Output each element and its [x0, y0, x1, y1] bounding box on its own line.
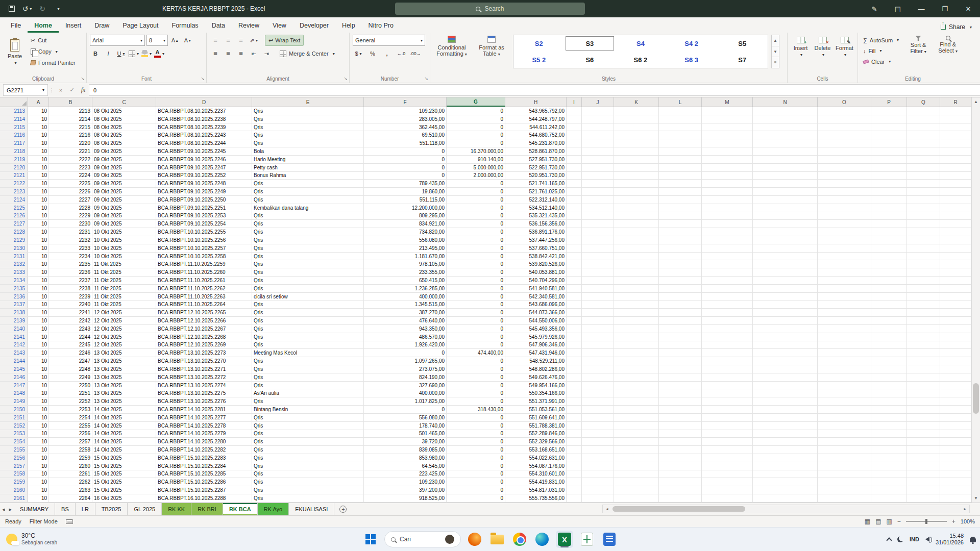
cell-L2157[interactable]: [659, 462, 702, 470]
cell-K2123[interactable]: [614, 188, 659, 195]
cell-P2140[interactable]: [871, 325, 907, 333]
cell-R2157[interactable]: [940, 462, 971, 470]
cell-L2139[interactable]: [659, 317, 702, 324]
cell-J2153[interactable]: [582, 430, 614, 438]
cell-L2156[interactable]: [659, 454, 702, 462]
cell-E2148[interactable]: As'Ari aulia: [252, 389, 364, 397]
cell-A2136[interactable]: 10: [28, 293, 49, 300]
cell-H2151[interactable]: 551.609.641,00: [505, 414, 567, 421]
row-header-2138[interactable]: 2138: [0, 309, 28, 316]
cell-E2116[interactable]: Qris: [252, 131, 364, 139]
cell-B2128[interactable]: 2231: [49, 228, 92, 236]
paste-button[interactable]: Paste▾: [3, 35, 27, 68]
cell-J2127[interactable]: [582, 220, 614, 228]
vertical-scroll-thumb[interactable]: [973, 383, 979, 414]
cell-L2153[interactable]: [659, 430, 702, 438]
cell-P2154[interactable]: [871, 438, 907, 445]
cell-I2138[interactable]: [567, 309, 582, 316]
cell-G2147[interactable]: 0: [447, 382, 505, 389]
cell-C2156[interactable]: 15 Okt 2025: [92, 454, 156, 462]
cell-I2161[interactable]: [567, 494, 582, 502]
cell-B2145[interactable]: 2248: [49, 365, 92, 373]
cell-I2158[interactable]: [567, 470, 582, 478]
cell-N2118[interactable]: [753, 147, 818, 155]
cell-G2141[interactable]: 0: [447, 333, 505, 341]
cell-R2154[interactable]: [940, 438, 971, 445]
cell-Q2152[interactable]: [907, 422, 940, 430]
cell-O2121[interactable]: [818, 172, 871, 180]
row-header-2117[interactable]: 2117: [0, 139, 28, 147]
weather-widget[interactable]: 30°C Sebagian cerah: [0, 533, 57, 546]
cell-B2136[interactable]: 2239: [49, 293, 92, 300]
format-cells-button[interactable]: ✎ Format▾: [835, 35, 854, 57]
cell-L2113[interactable]: [659, 107, 702, 115]
scroll-down-arrow[interactable]: ▼: [972, 494, 980, 503]
cell-D2140[interactable]: BCA.RBBPT.12.10.2025.2267: [156, 325, 252, 333]
cell-N2131[interactable]: [753, 253, 818, 260]
decrease-decimal-button[interactable]: .00→: [410, 48, 421, 59]
cell-F2141[interactable]: 486.570,00: [364, 333, 447, 341]
cell-D2155[interactable]: BCA.RBBPT.14.10.2025.2282: [156, 446, 252, 454]
cell-B2130[interactable]: 2233: [49, 244, 92, 252]
cell-Q2133[interactable]: [907, 268, 940, 276]
cell-N2126[interactable]: [753, 212, 818, 220]
cell-H2118[interactable]: 528.861.870,00: [505, 147, 567, 155]
cell-E2161[interactable]: Qris: [252, 494, 364, 502]
cell-L2134[interactable]: [659, 277, 702, 284]
cell-Q2149[interactable]: [907, 397, 940, 405]
cell-P2139[interactable]: [871, 317, 907, 324]
cell-K2145[interactable]: [614, 365, 659, 373]
cell-H2116[interactable]: 544.680.752,00: [505, 131, 567, 139]
ink-icon[interactable]: ✎: [863, 0, 886, 17]
cell-A2144[interactable]: 10: [28, 357, 49, 365]
cell-A2126[interactable]: 10: [28, 212, 49, 220]
cell-C2117[interactable]: 08 Okt 2025: [92, 139, 156, 147]
cell-N2161[interactable]: [753, 494, 818, 502]
cell-N2158[interactable]: [753, 470, 818, 478]
cell-O2131[interactable]: [818, 253, 871, 260]
cell-G2136[interactable]: 0: [447, 293, 505, 300]
cell-K2158[interactable]: [614, 470, 659, 478]
cell-M2159[interactable]: [702, 478, 753, 486]
cell-style-s4-2[interactable]: S4 2: [666, 35, 717, 52]
cell-I2132[interactable]: [567, 260, 582, 268]
cell-A2132[interactable]: 10: [28, 260, 49, 268]
cell-H2134[interactable]: 540.704.296,00: [505, 277, 567, 284]
cell-D2156[interactable]: BCA.RBBPT.15.10.2025.2283: [156, 454, 252, 462]
cell-L2135[interactable]: [659, 285, 702, 292]
cell-P2149[interactable]: [871, 397, 907, 405]
cell-F2140[interactable]: 943.350,00: [364, 325, 447, 333]
row-header-2137[interactable]: 2137: [0, 301, 28, 309]
cell-D2130[interactable]: BCA.RBBPT.10.10.2025.2257: [156, 244, 252, 252]
cell-K2127[interactable]: [614, 220, 659, 228]
cell-K2142[interactable]: [614, 341, 659, 349]
cell-O2127[interactable]: [818, 220, 871, 228]
cell-L2136[interactable]: [659, 293, 702, 300]
cell-C2149[interactable]: 13 Okt 2025: [92, 397, 156, 405]
taskbar-app-chrome[interactable]: [511, 531, 528, 548]
cell-O2140[interactable]: [818, 325, 871, 333]
cell-R2114[interactable]: [940, 115, 971, 123]
cell-A2113[interactable]: 10: [28, 107, 49, 115]
sheet-tab-rk-bca[interactable]: RK BCA: [223, 503, 258, 515]
cell-M2130[interactable]: [702, 244, 753, 252]
cell-A2151[interactable]: 10: [28, 414, 49, 421]
cell-M2155[interactable]: [702, 446, 753, 454]
cell-C2126[interactable]: 09 Okt 2025: [92, 212, 156, 220]
conditional-formatting-button[interactable]: ConditionalFormatting▾: [433, 35, 470, 58]
cell-F2160[interactable]: 397.200,00: [364, 486, 447, 494]
cell-C2158[interactable]: 15 Okt 2025: [92, 470, 156, 478]
cell-B2123[interactable]: 2226: [49, 188, 92, 195]
cell-R2130[interactable]: [940, 244, 971, 252]
cell-F2134[interactable]: 650.415,00: [364, 277, 447, 284]
cell-R2155[interactable]: [940, 446, 971, 454]
cell-E2125[interactable]: Kembalikan dana talang: [252, 204, 364, 212]
find-select-button[interactable]: Find &Select▾: [935, 35, 961, 67]
cell-J2158[interactable]: [582, 470, 614, 478]
cell-N2129[interactable]: [753, 236, 818, 244]
cell-D2134[interactable]: BCA.RBBPT.11.10.2025.2261: [156, 277, 252, 284]
cell-P2120[interactable]: [871, 164, 907, 171]
row-header-2154[interactable]: 2154: [0, 438, 28, 445]
taskbar-app-notes[interactable]: [601, 531, 618, 548]
cell-M2137[interactable]: [702, 301, 753, 309]
